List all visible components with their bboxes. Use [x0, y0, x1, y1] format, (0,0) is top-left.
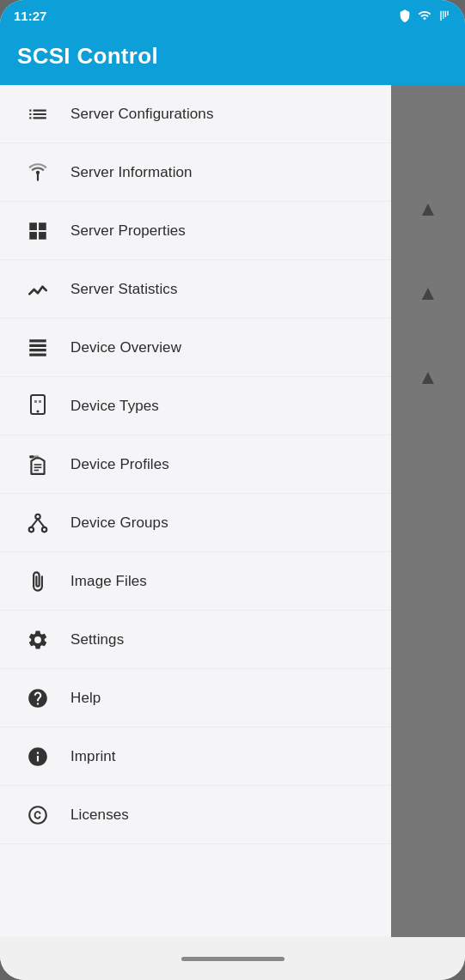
- grid-icon: [21, 214, 55, 248]
- shield-icon: [398, 9, 412, 22]
- sidebar-item-device-profiles[interactable]: Device Profiles: [0, 435, 391, 494]
- sidebar-item-label-device-overview: Device Overview: [70, 339, 181, 356]
- status-icons: [398, 9, 451, 22]
- status-bar: 11:27: [0, 0, 465, 31]
- sidebar-item-server-information[interactable]: Server Information: [0, 143, 391, 202]
- table-icon: [21, 331, 55, 365]
- sidebar-item-label-server-information: Server Information: [70, 164, 193, 181]
- gear-icon: [21, 623, 55, 657]
- sidebar-item-label-server-properties: Server Properties: [70, 222, 186, 240]
- sidebar-item-licenses[interactable]: Licenses: [0, 786, 391, 844]
- sidebar-item-server-properties[interactable]: Server Properties: [0, 202, 391, 260]
- copyright-icon: [21, 798, 55, 832]
- eject-icon-3: ▲: [418, 365, 438, 389]
- sidebar-item-server-configurations[interactable]: Server Configurations: [0, 85, 391, 143]
- svg-line-13: [31, 519, 38, 527]
- help-icon: [21, 681, 55, 715]
- right-panel: ▲ ▲ ▲: [391, 85, 465, 937]
- sidebar-item-server-statistics[interactable]: Server Statistics: [0, 260, 391, 319]
- sidebar-item-device-groups[interactable]: Device Groups: [0, 494, 391, 552]
- svg-point-1: [36, 170, 40, 173]
- sidebar-item-device-types[interactable]: Device Types: [0, 377, 391, 435]
- svg-point-10: [35, 514, 40, 518]
- sidebar-item-image-files[interactable]: Image Files: [0, 552, 391, 611]
- device-type-icon: [21, 389, 55, 423]
- sidebar-item-settings[interactable]: Settings: [0, 611, 391, 669]
- sidebar-item-label-help: Help: [70, 690, 101, 707]
- list-icon: [21, 97, 55, 131]
- svg-point-12: [42, 527, 46, 531]
- svg-point-11: [29, 527, 34, 531]
- eject-icon-2: ▲: [418, 281, 438, 305]
- sidebar-item-label-imprint: Imprint: [70, 748, 116, 765]
- sidebar-item-label-settings: Settings: [70, 631, 124, 648]
- svg-marker-6: [31, 458, 44, 473]
- sidebar-item-label-device-groups: Device Groups: [70, 514, 168, 532]
- sidebar-item-label-device-profiles: Device Profiles: [70, 456, 169, 473]
- svg-rect-4: [29, 455, 34, 458]
- sidebar-item-label-licenses: Licenses: [70, 807, 129, 824]
- svg-line-14: [38, 519, 45, 527]
- bottom-pill: [181, 957, 285, 961]
- phone-frame: 11:27 SCSI Control Server Configurations: [0, 0, 465, 980]
- status-time: 11:27: [14, 9, 46, 23]
- sidebar-item-imprint[interactable]: Imprint: [0, 727, 391, 786]
- app-title: SCSI Control: [17, 43, 448, 70]
- sidebar-item-device-overview[interactable]: Device Overview: [0, 319, 391, 377]
- bottom-nav-bar: [0, 937, 465, 980]
- sidebar-item-label-device-types: Device Types: [70, 398, 159, 415]
- device-profile-icon: [21, 447, 55, 482]
- nav-drawer: Server Configurations Server Information: [0, 85, 391, 937]
- svg-point-3: [37, 410, 40, 412]
- sidebar-item-label-server-statistics: Server Statistics: [70, 281, 178, 298]
- sidebar-item-label-server-configurations: Server Configurations: [70, 106, 214, 123]
- eject-icon-1: ▲: [418, 197, 438, 221]
- device-group-icon: [21, 506, 55, 540]
- svg-rect-0: [37, 173, 39, 181]
- main-layout: Server Configurations Server Information: [0, 85, 465, 937]
- sidebar-item-help[interactable]: Help: [0, 669, 391, 727]
- paperclip-icon: [21, 564, 55, 599]
- sidebar-item-label-image-files: Image Files: [70, 573, 147, 590]
- wifi-icon: [417, 9, 432, 22]
- trend-icon: [21, 272, 55, 307]
- info-circle-icon: [21, 740, 55, 774]
- server-info-icon: [21, 155, 55, 190]
- app-header: SCSI Control: [0, 31, 465, 85]
- signal-icon: [437, 9, 451, 22]
